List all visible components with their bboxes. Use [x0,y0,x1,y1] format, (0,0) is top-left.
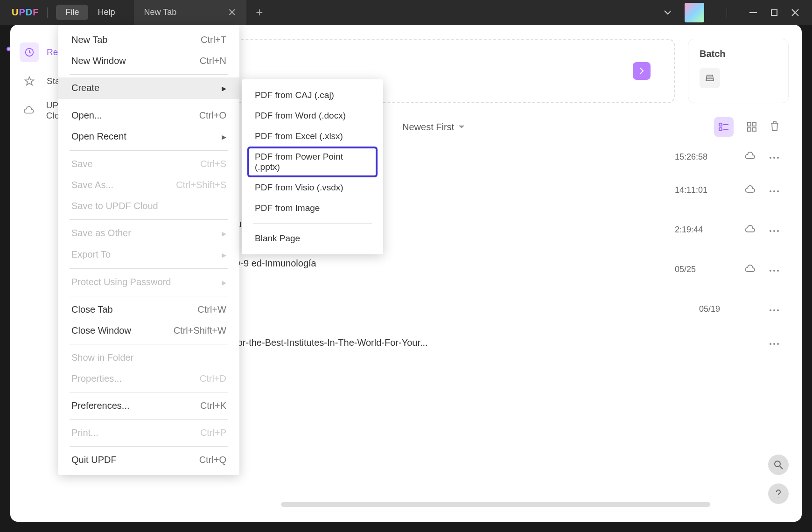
batch-card[interactable]: Batch [688,39,789,103]
close-tab-icon[interactable]: ✕ [228,7,236,19]
svg-point-25 [777,309,779,311]
cloud-icon[interactable] [745,185,755,196]
chevron-down-icon[interactable] [664,10,671,15]
svg-rect-9 [748,128,751,131]
file-time: 05/25 [675,265,745,274]
file-menu-button[interactable]: File [56,5,88,20]
file-menu-item[interactable]: New TabCtrl+T [58,29,239,50]
create-menu-item[interactable]: PDF from Image [242,198,383,218]
more-icon[interactable] [769,226,779,234]
create-menu-item[interactable]: PDF from Word (.docx) [242,105,383,126]
cloud-icon [24,105,34,116]
file-menu-item[interactable]: New WindowCtrl+N [58,50,239,71]
svg-point-20 [770,270,771,272]
svg-line-30 [780,466,783,469]
svg-point-12 [773,157,775,159]
trash-icon [770,121,779,131]
file-name: d-and-Apply-For-the-Best-Institutes-In-T… [178,337,699,348]
file-menu-item: Properties...Ctrl+D [58,368,239,389]
svg-point-24 [773,309,775,311]
divider [47,7,48,18]
svg-point-26 [770,343,771,345]
svg-point-23 [770,309,771,311]
trash-button[interactable] [770,121,779,133]
list-view-button[interactable] [714,117,734,137]
file-menu-item[interactable]: Create▸ [58,77,239,99]
file-name: le-2021-LIBRO-9 ed-Inmunología [178,258,675,269]
help-menu-button[interactable]: Help [88,5,124,20]
maximize-icon[interactable] [771,9,777,16]
svg-point-18 [773,230,775,232]
svg-rect-7 [748,123,751,126]
svg-point-17 [770,230,771,232]
file-menu-item[interactable]: Open Recent▸ [58,126,239,147]
cloud-icon[interactable] [745,265,755,275]
tab-title: New Tab [144,7,177,17]
chevron-right-icon [639,68,644,74]
titlebar: UPDF File Help New Tab ✕ + [0,0,812,25]
svg-point-15 [773,190,775,192]
open-file-button[interactable] [633,62,651,80]
search-icon [774,460,783,469]
create-menu-item[interactable]: PDF from CAJ (.caj) [242,85,383,105]
svg-point-11 [770,157,771,159]
file-menu-item: Print...Ctrl+P [58,422,239,443]
svg-point-19 [777,230,779,232]
more-icon[interactable] [769,305,779,314]
file-menu-item[interactable]: Close TabCtrl+W [58,299,239,320]
clock-icon [24,47,35,57]
file-name: F form [178,298,699,308]
scroll-thumb[interactable] [281,502,710,507]
file-meta: /681 | 29.35MB [178,272,675,281]
svg-point-22 [777,270,779,272]
more-icon[interactable] [769,186,779,195]
svg-point-28 [777,343,779,345]
sort-select[interactable]: Newest First [402,122,464,133]
svg-point-29 [775,461,780,467]
file-menu-item[interactable]: Quit UPDFCtrl+Q [58,449,239,470]
search-fab[interactable] [768,455,789,475]
grid-view-button[interactable] [742,117,762,137]
svg-rect-5 [719,128,722,131]
svg-rect-10 [753,128,756,131]
close-window-icon[interactable] [791,9,799,16]
file-menu-item[interactable]: Close WindowCtrl+Shift+W [58,320,239,341]
grid-icon [747,122,756,132]
file-time: 14:11:01 [675,185,745,195]
more-icon[interactable] [769,339,779,347]
file-menu-item: Save As...Ctrl+Shift+S [58,175,239,196]
list-icon [719,123,729,131]
help-fab[interactable] [768,483,789,504]
add-tab-button[interactable]: + [256,5,263,20]
svg-rect-8 [753,123,756,126]
svg-point-27 [773,343,775,345]
svg-rect-1 [771,10,777,15]
svg-point-14 [770,190,771,192]
file-menu-item[interactable]: Open...Ctrl+O [58,105,239,126]
file-menu-item: Show in Folder [58,347,239,368]
create-menu-item[interactable]: PDF from Excel (.xlsx) [242,126,383,147]
file-menu-item[interactable]: Preferences...Ctrl+K [58,395,239,416]
batch-label: Batch [700,49,777,59]
more-icon[interactable] [769,266,779,274]
svg-point-16 [777,190,779,192]
file-menu-item: Save to UPDF Cloud [58,196,239,217]
file-menu-item: SaveCtrl+S [58,154,239,175]
minimize-icon[interactable] [749,9,757,16]
create-menu-item[interactable]: PDF from Power Point (.pptx) [247,147,378,177]
more-icon[interactable] [769,153,779,161]
create-menu-item[interactable]: Blank Page [242,228,383,249]
batch-icon [700,68,720,88]
avatar[interactable] [685,3,704,22]
file-time: 05/19 [699,304,769,314]
app-logo: UPDF [12,7,39,18]
file-menu-item: Protect Using Password▸ [58,272,239,293]
create-menu-item[interactable]: PDF from Visio (.vsdx) [242,177,383,198]
question-icon [776,490,781,498]
svg-point-13 [777,157,779,159]
cloud-icon[interactable] [745,152,755,162]
cloud-icon[interactable] [745,225,755,235]
window-controls [664,3,812,22]
tab-new[interactable]: New Tab ✕ [134,0,247,25]
divider [727,7,727,18]
